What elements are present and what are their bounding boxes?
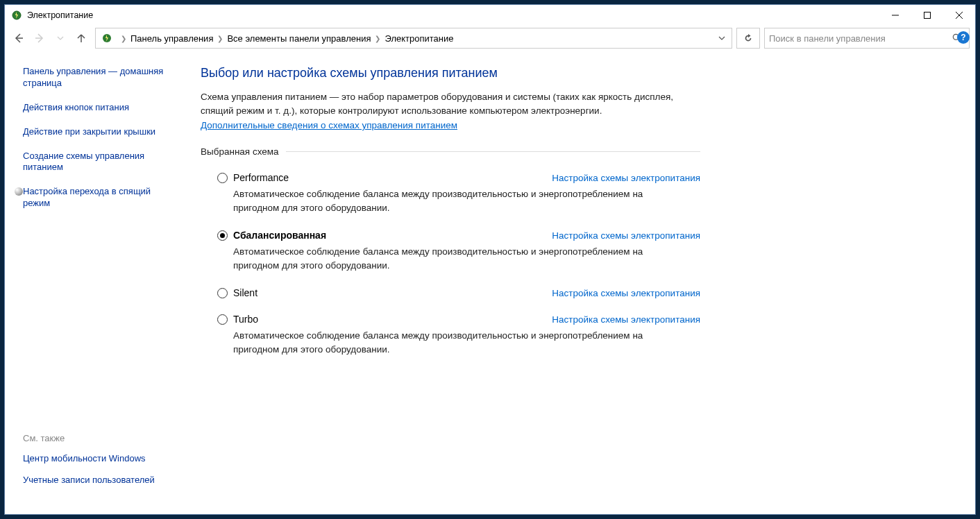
see-also-heading: См. также <box>23 433 180 443</box>
breadcrumb-item[interactable]: Все элементы панели управления <box>227 33 371 44</box>
minimize-button[interactable] <box>879 5 911 26</box>
more-info-link[interactable]: Дополнительные сведения о схемах управле… <box>201 120 457 130</box>
plan-name[interactable]: Performance <box>233 172 289 183</box>
selected-scheme-heading: Выбранная схема <box>201 146 700 157</box>
plan-radio[interactable] <box>217 173 228 183</box>
svg-rect-3 <box>924 12 931 19</box>
plan-description: Автоматическое соблюдение баланса между … <box>233 187 691 214</box>
sidebar: Панель управления — домашняя страница Де… <box>5 51 185 514</box>
sidebar-link-lid-close[interactable]: Действие при закрытии крышки <box>23 126 169 138</box>
plan-radio[interactable] <box>217 314 228 325</box>
page-heading: Выбор или настройка схемы управления пит… <box>201 66 963 80</box>
recent-dropdown[interactable] <box>51 28 70 48</box>
see-also-mobility[interactable]: Центр мобильности Windows <box>23 453 169 465</box>
page-description: Схема управления питанием — это набор па… <box>201 90 700 117</box>
sidebar-link-button-actions[interactable]: Действия кнопок питания <box>23 102 169 114</box>
sidebar-link-home[interactable]: Панель управления — домашняя страница <box>23 66 169 90</box>
power-icon <box>10 9 23 22</box>
plan-config-link[interactable]: Настройка схемы электропитания <box>552 173 700 183</box>
close-button[interactable] <box>943 5 975 26</box>
plan-name[interactable]: Сбалансированная <box>233 230 326 241</box>
chevron-right-icon[interactable]: ❯ <box>375 35 380 42</box>
power-icon <box>100 31 114 45</box>
search-box[interactable] <box>764 28 970 49</box>
current-indicator-icon <box>15 187 23 196</box>
window-title: Электропитание <box>27 10 93 20</box>
titlebar: Электропитание <box>5 5 975 26</box>
plan-config-link[interactable]: Настройка схемы электропитания <box>552 230 700 241</box>
see-also-user-accounts[interactable]: Учетные записи пользователей <box>23 475 169 486</box>
plan-description: Автоматическое соблюдение баланса между … <box>233 329 691 356</box>
plan-description: Автоматическое соблюдение баланса между … <box>233 245 691 272</box>
plan-config-link[interactable]: Настройка схемы электропитания <box>552 314 700 325</box>
chevron-right-icon[interactable]: ❯ <box>121 35 126 42</box>
window-controls <box>879 5 975 26</box>
search-input[interactable] <box>769 33 949 44</box>
address-box[interactable]: ❯ Панель управления ❯ Все элементы панел… <box>95 28 732 49</box>
plan-config-link[interactable]: Настройка схемы электропитания <box>552 288 700 298</box>
plan-row: Сбалансированная Настройка схемы электро… <box>217 230 700 241</box>
chevron-right-icon[interactable]: ❯ <box>217 35 223 42</box>
sidebar-link-create-plan[interactable]: Создание схемы управления питанием <box>23 151 169 174</box>
power-plan-balanced: Сбалансированная Настройка схемы электро… <box>217 230 700 272</box>
power-plan-performance: Performance Настройка схемы электропитан… <box>217 172 700 214</box>
forward-button[interactable] <box>30 28 49 48</box>
plan-radio[interactable] <box>217 230 228 241</box>
plan-row: Turbo Настройка схемы электропитания <box>217 314 700 325</box>
plan-row: Silent Настройка схемы электропитания <box>217 287 700 298</box>
sidebar-footer: См. также Центр мобильности Windows Учет… <box>23 433 180 507</box>
plan-radio[interactable] <box>217 288 228 298</box>
plan-row: Performance Настройка схемы электропитан… <box>217 172 700 183</box>
breadcrumb-item[interactable]: Электропитание <box>385 33 453 44</box>
back-button[interactable] <box>9 28 28 48</box>
refresh-button[interactable] <box>736 28 760 49</box>
divider <box>286 151 700 152</box>
breadcrumb-item[interactable]: Панель управления <box>130 33 213 44</box>
sidebar-link-sleep-settings[interactable]: Настройка перехода в спящий режим <box>23 186 169 210</box>
plan-name[interactable]: Turbo <box>233 314 258 325</box>
power-plan-turbo: Turbo Настройка схемы электропитания Авт… <box>217 314 700 356</box>
content-body: Панель управления — домашняя страница Де… <box>5 51 975 514</box>
address-history-dropdown[interactable] <box>712 28 732 48</box>
maximize-button[interactable] <box>911 5 943 26</box>
main-content: ? Выбор или настройка схемы управления п… <box>185 51 975 514</box>
window: Электропитание <box>4 4 976 515</box>
plan-name[interactable]: Silent <box>233 287 257 298</box>
help-icon[interactable]: ? <box>957 31 970 44</box>
up-button[interactable] <box>71 28 91 48</box>
sidebar-item-label: Настройка перехода в спящий режим <box>23 186 151 208</box>
power-plan-silent: Silent Настройка схемы электропитания <box>217 287 700 298</box>
address-toolbar: ❯ Панель управления ❯ Все элементы панел… <box>5 26 975 51</box>
group-heading-label: Выбранная схема <box>201 146 279 157</box>
